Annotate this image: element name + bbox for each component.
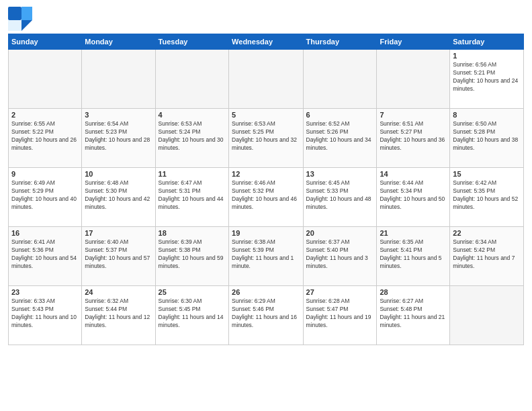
svg-rect-0 [8,7,21,20]
calendar-week-4: 23Sunrise: 6:33 AM Sunset: 5:43 PM Dayli… [9,286,524,345]
calendar-cell [155,50,228,109]
day-number: 12 [232,170,300,178]
day-number: 1 [453,52,521,60]
day-number: 15 [453,170,521,178]
day-info: Sunrise: 6:52 AM Sunset: 5:26 PM Dayligh… [306,120,374,152]
calendar-cell: 12Sunrise: 6:46 AM Sunset: 5:32 PM Dayli… [229,168,303,227]
day-info: Sunrise: 6:33 AM Sunset: 5:43 PM Dayligh… [11,298,79,330]
calendar-cell: 21Sunrise: 6:35 AM Sunset: 5:41 PM Dayli… [377,227,450,286]
day-number: 21 [380,229,447,237]
calendar-week-1: 2Sunrise: 6:55 AM Sunset: 5:22 PM Daylig… [9,109,524,168]
day-number: 23 [11,288,79,296]
day-info: Sunrise: 6:39 AM Sunset: 5:38 PM Dayligh… [159,238,226,271]
weekday-header-sunday: Sunday [9,34,82,50]
day-info: Sunrise: 6:41 AM Sunset: 5:36 PM Dayligh… [11,238,79,271]
day-number: 4 [159,111,226,119]
calendar-cell: 6Sunrise: 6:52 AM Sunset: 5:26 PM Daylig… [303,109,377,168]
weekday-header-friday: Friday [377,34,450,50]
calendar-cell: 22Sunrise: 6:34 AM Sunset: 5:42 PM Dayli… [450,227,524,286]
logo [8,7,35,31]
calendar-cell: 15Sunrise: 6:42 AM Sunset: 5:35 PM Dayli… [450,168,524,227]
weekday-header-row: SundayMondayTuesdayWednesdayThursdayFrid… [9,34,524,50]
calendar-cell [229,50,303,109]
calendar-cell: 9Sunrise: 6:49 AM Sunset: 5:29 PM Daylig… [9,168,82,227]
calendar-cell: 18Sunrise: 6:39 AM Sunset: 5:38 PM Dayli… [155,227,228,286]
day-number: 5 [232,111,300,119]
day-info: Sunrise: 6:56 AM Sunset: 5:21 PM Dayligh… [453,61,521,93]
day-info: Sunrise: 6:46 AM Sunset: 5:32 PM Dayligh… [232,179,300,212]
day-info: Sunrise: 6:32 AM Sunset: 5:44 PM Dayligh… [85,298,152,330]
svg-rect-3 [8,20,21,31]
calendar-cell [303,50,377,109]
calendar-week-3: 16Sunrise: 6:41 AM Sunset: 5:36 PM Dayli… [9,227,524,286]
calendar-cell: 5Sunrise: 6:53 AM Sunset: 5:25 PM Daylig… [229,109,303,168]
day-info: Sunrise: 6:49 AM Sunset: 5:29 PM Dayligh… [11,179,79,212]
calendar-cell: 3Sunrise: 6:54 AM Sunset: 5:23 PM Daylig… [82,109,155,168]
day-number: 13 [306,170,374,178]
calendar-table: SundayMondayTuesdayWednesdayThursdayFrid… [8,34,524,345]
day-number: 16 [11,229,79,237]
logo-icon [8,7,32,31]
day-info: Sunrise: 6:42 AM Sunset: 5:35 PM Dayligh… [453,179,521,212]
calendar-cell: 2Sunrise: 6:55 AM Sunset: 5:22 PM Daylig… [9,109,82,168]
day-info: Sunrise: 6:47 AM Sunset: 5:31 PM Dayligh… [159,179,226,212]
day-info: Sunrise: 6:55 AM Sunset: 5:22 PM Dayligh… [11,120,79,152]
calendar-cell: 19Sunrise: 6:38 AM Sunset: 5:39 PM Dayli… [229,227,303,286]
weekday-header-tuesday: Tuesday [155,34,228,50]
weekday-header-monday: Monday [82,34,155,50]
calendar-cell: 20Sunrise: 6:37 AM Sunset: 5:40 PM Dayli… [303,227,377,286]
calendar-cell: 13Sunrise: 6:45 AM Sunset: 5:33 PM Dayli… [303,168,377,227]
day-info: Sunrise: 6:28 AM Sunset: 5:47 PM Dayligh… [306,298,374,330]
calendar-cell: 4Sunrise: 6:53 AM Sunset: 5:24 PM Daylig… [155,109,228,168]
day-info: Sunrise: 6:40 AM Sunset: 5:37 PM Dayligh… [85,238,152,271]
day-info: Sunrise: 6:45 AM Sunset: 5:33 PM Dayligh… [306,179,374,212]
day-number: 8 [453,111,521,119]
calendar-cell: 25Sunrise: 6:30 AM Sunset: 5:45 PM Dayli… [155,286,228,345]
day-number: 3 [85,111,152,119]
day-number: 10 [85,170,152,178]
day-info: Sunrise: 6:27 AM Sunset: 5:48 PM Dayligh… [380,298,447,330]
calendar-cell [377,50,450,109]
day-info: Sunrise: 6:30 AM Sunset: 5:45 PM Dayligh… [159,298,226,330]
calendar-cell: 28Sunrise: 6:27 AM Sunset: 5:48 PM Dayli… [377,286,450,345]
calendar-cell: 26Sunrise: 6:29 AM Sunset: 5:46 PM Dayli… [229,286,303,345]
day-number: 28 [380,288,447,296]
calendar-cell: 16Sunrise: 6:41 AM Sunset: 5:36 PM Dayli… [9,227,82,286]
day-info: Sunrise: 6:50 AM Sunset: 5:28 PM Dayligh… [453,120,521,152]
calendar-cell: 17Sunrise: 6:40 AM Sunset: 5:37 PM Dayli… [82,227,155,286]
day-info: Sunrise: 6:37 AM Sunset: 5:40 PM Dayligh… [306,238,374,271]
calendar-cell: 14Sunrise: 6:44 AM Sunset: 5:34 PM Dayli… [377,168,450,227]
day-number: 7 [380,111,447,119]
day-number: 9 [11,170,79,178]
day-info: Sunrise: 6:29 AM Sunset: 5:46 PM Dayligh… [232,298,300,330]
day-number: 6 [306,111,374,119]
day-number: 18 [159,229,226,237]
day-info: Sunrise: 6:44 AM Sunset: 5:34 PM Dayligh… [380,179,447,212]
day-number: 26 [232,288,300,296]
day-number: 24 [85,288,152,296]
day-info: Sunrise: 6:53 AM Sunset: 5:24 PM Dayligh… [159,120,226,152]
header [8,7,524,31]
day-info: Sunrise: 6:34 AM Sunset: 5:42 PM Dayligh… [453,238,521,271]
day-info: Sunrise: 6:54 AM Sunset: 5:23 PM Dayligh… [85,120,152,152]
calendar-cell: 1Sunrise: 6:56 AM Sunset: 5:21 PM Daylig… [450,50,524,109]
weekday-header-saturday: Saturday [450,34,524,50]
day-info: Sunrise: 6:35 AM Sunset: 5:41 PM Dayligh… [380,238,447,271]
weekday-header-thursday: Thursday [303,34,377,50]
svg-marker-2 [21,20,32,31]
calendar-cell: 11Sunrise: 6:47 AM Sunset: 5:31 PM Dayli… [155,168,228,227]
calendar-cell [82,50,155,109]
day-number: 17 [85,229,152,237]
day-info: Sunrise: 6:51 AM Sunset: 5:27 PM Dayligh… [380,120,447,152]
calendar-cell: 23Sunrise: 6:33 AM Sunset: 5:43 PM Dayli… [9,286,82,345]
day-info: Sunrise: 6:48 AM Sunset: 5:30 PM Dayligh… [85,179,152,212]
weekday-header-wednesday: Wednesday [229,34,303,50]
calendar-cell: 8Sunrise: 6:50 AM Sunset: 5:28 PM Daylig… [450,109,524,168]
day-info: Sunrise: 6:53 AM Sunset: 5:25 PM Dayligh… [232,120,300,152]
calendar-week-2: 9Sunrise: 6:49 AM Sunset: 5:29 PM Daylig… [9,168,524,227]
day-number: 27 [306,288,374,296]
calendar-cell [450,286,524,345]
day-number: 2 [11,111,79,119]
day-number: 14 [380,170,447,178]
calendar-cell: 10Sunrise: 6:48 AM Sunset: 5:30 PM Dayli… [82,168,155,227]
